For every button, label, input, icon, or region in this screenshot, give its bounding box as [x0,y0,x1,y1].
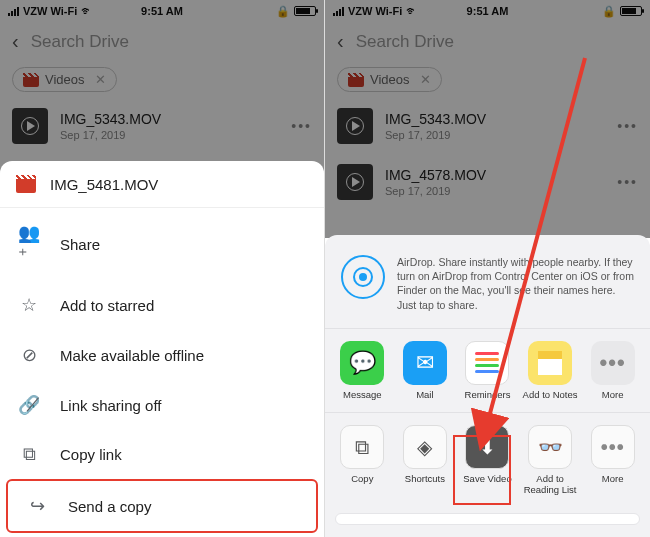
wifi-icon: ᯤ [406,4,418,18]
airdrop-text: AirDrop. Share instantly with people nea… [397,255,634,312]
file-date: Sep 17, 2019 [60,129,279,141]
battery-icon [620,6,642,16]
more-icon[interactable]: ••• [617,118,638,134]
reading-list-icon: 👓 [528,425,572,469]
phone-left: VZW Wi-Fiᯤ 9:51 AM 🔒 ‹ Search Drive Vide… [0,0,325,537]
back-icon[interactable]: ‹ [12,30,19,53]
message-icon: 💬 [340,341,384,385]
menu-link-off[interactable]: 🔗̸Link sharing off [0,380,324,430]
clapper-icon [16,175,36,193]
clapper-icon [348,73,364,87]
file-name: IMG_5343.MOV [385,111,605,127]
search-row[interactable]: ‹ Search Drive [0,22,324,61]
back-icon[interactable]: ‹ [337,30,344,53]
copy-icon: ⧉ [340,425,384,469]
sheet-title: IMG_5481.MOV [50,176,158,193]
menu-send-copy[interactable]: ↪Send a copy [6,479,318,533]
app-message[interactable]: 💬Message [333,341,391,400]
status-bar: VZW Wi-Fiᯤ 9:51 AM 🔒 [0,0,324,22]
video-thumb [337,108,373,144]
search-row[interactable]: ‹ Search Drive [325,22,650,61]
offline-icon: ⊘ [18,344,40,366]
chip-close-icon[interactable]: ✕ [95,72,106,87]
action-reading-list[interactable]: 👓Add to Reading List [521,425,579,495]
status-bar: VZW Wi-Fiᯤ 9:51 AM 🔒 [325,0,650,22]
video-thumb [12,108,48,144]
battery-icon [294,6,316,16]
airdrop-icon[interactable] [341,255,385,299]
link-off-icon: 🔗̸ [18,394,40,416]
file-date: Sep 17, 2019 [385,129,605,141]
menu-star[interactable]: ☆Add to starred [0,280,324,330]
more-icon[interactable]: ••• [617,174,638,190]
shortcuts-icon: ◈ [403,425,447,469]
carrier-label: VZW Wi-Fi [348,5,402,17]
action-shortcuts[interactable]: ◈Shortcuts [396,425,454,484]
file-date: Sep 17, 2019 [385,185,605,197]
carrier-label: VZW Wi-Fi [23,5,77,17]
menu-share[interactable]: 👥⁺Share [0,208,324,280]
menu-offline[interactable]: ⊘Make available offline [0,330,324,380]
file-name: IMG_5343.MOV [60,111,279,127]
app-more[interactable]: •••More [584,341,642,400]
video-thumb [337,164,373,200]
file-name: IMG_4578.MOV [385,167,605,183]
action-copy[interactable]: ⧉Copy [333,425,391,484]
filter-chip-videos[interactable]: Videos ✕ [12,67,117,92]
time-label: 9:51 AM [141,5,183,17]
menu-copy-link[interactable]: ⧉Copy link [0,430,324,479]
chip-close-icon[interactable]: ✕ [420,72,431,87]
filter-chip-videos[interactable]: Videos ✕ [337,67,442,92]
person-add-icon: 👥⁺ [18,222,40,266]
share-apps-row: 💬Message ✉Mail Reminders Add to Notes ••… [325,329,650,413]
more-icon: ••• [591,425,635,469]
app-notes[interactable]: Add to Notes [521,341,579,400]
send-icon: ↪ [26,495,48,517]
reminders-icon [465,341,509,385]
save-video-icon: ⬇ [465,425,509,469]
notes-icon [528,341,572,385]
app-mail[interactable]: ✉Mail [396,341,454,400]
file-row[interactable]: IMG_5343.MOVSep 17, 2019 ••• [325,98,650,154]
lock-icon: 🔒 [602,5,616,18]
mail-icon: ✉ [403,341,447,385]
search-input[interactable]: Search Drive [356,32,454,52]
star-icon: ☆ [18,294,40,316]
more-icon: ••• [591,341,635,385]
action-save-video[interactable]: ⬇Save Video [458,425,516,484]
more-icon[interactable]: ••• [291,118,312,134]
wifi-icon: ᯤ [81,4,93,18]
time-label: 9:51 AM [467,5,509,17]
app-reminders[interactable]: Reminders [458,341,516,400]
clapper-icon [23,73,39,87]
lock-icon: 🔒 [276,5,290,18]
copy-icon: ⧉ [18,444,40,465]
chip-label: Videos [370,72,410,87]
chip-label: Videos [45,72,85,87]
bottom-sheet: IMG_5481.MOV 👥⁺Share ☆Add to starred ⊘Ma… [0,161,324,537]
action-more[interactable]: •••More [584,425,642,484]
search-input[interactable]: Search Drive [31,32,129,52]
file-row[interactable]: IMG_4578.MOVSep 17, 2019 ••• [325,154,650,210]
share-actions-row: ⧉Copy ◈Shortcuts ⬇Save Video 👓Add to Rea… [325,413,650,507]
phone-right: VZW Wi-Fiᯤ 9:51 AM 🔒 ‹ Search Drive Vide… [325,0,650,537]
file-row[interactable]: IMG_5343.MOVSep 17, 2019 ••• [0,98,324,154]
share-sheet: AirDrop. Share instantly with people nea… [325,235,650,537]
